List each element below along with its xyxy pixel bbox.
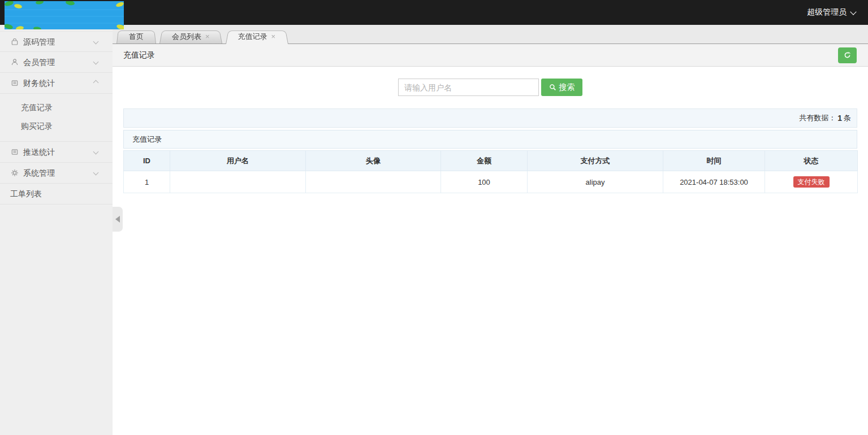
tab-member-list[interactable]: 会员列表 × bbox=[159, 29, 222, 44]
tab-home[interactable]: 首页 bbox=[116, 29, 156, 44]
status-badge: 支付失败 bbox=[793, 176, 830, 188]
main-area: 首页 会员列表 × 充值记录 × 充值记录 bbox=[113, 25, 868, 435]
admin-menu[interactable]: 超级管理员 bbox=[807, 0, 856, 25]
column-header-id: ID bbox=[124, 151, 170, 171]
cell-time: 2021-04-07 18:53:00 bbox=[663, 171, 765, 193]
sidebar-item-label: 系统管理 bbox=[23, 163, 113, 183]
topbar: 超级管理员 bbox=[0, 0, 868, 25]
cell-id: 1 bbox=[124, 171, 170, 193]
table-panel-title: 充值记录 bbox=[123, 130, 857, 149]
stats-bar: 共有数据： 1 条 bbox=[123, 108, 857, 128]
tab-label: 充值记录 bbox=[238, 30, 267, 44]
search-button[interactable]: 搜索 bbox=[541, 79, 582, 96]
table-row: 1 100 alipay 2021-04-07 18:53:00 支付失败 bbox=[124, 171, 858, 193]
ledger-icon bbox=[10, 147, 19, 156]
content-area: 搜索 共有数据： 1 条 充值记录 ID 用户名 头像 bbox=[113, 79, 868, 193]
sidebar-item-label: 推送统计 bbox=[23, 142, 113, 162]
sidebar-item-source-manage[interactable]: 源码管理 bbox=[0, 31, 113, 52]
sidebar-subitem-recharge-records[interactable]: 充值记录 bbox=[0, 98, 113, 117]
column-header-amount: 金额 bbox=[441, 151, 528, 171]
search-button-label: 搜索 bbox=[559, 82, 575, 93]
page-title: 充值记录 bbox=[123, 50, 155, 60]
sidebar: 源码管理 会员管理 财务统计 bbox=[0, 25, 113, 435]
close-icon[interactable]: × bbox=[271, 33, 276, 40]
search-row: 搜索 bbox=[123, 79, 857, 96]
admin-app: 超级管理员 bbox=[0, 0, 868, 435]
cell-status: 支付失败 bbox=[765, 171, 858, 193]
sidebar-item-label: 会员管理 bbox=[23, 52, 113, 72]
column-header-username: 用户名 bbox=[170, 151, 306, 171]
stats-count: 1 bbox=[837, 114, 842, 123]
gear-icon bbox=[10, 168, 19, 177]
tab-label: 首页 bbox=[129, 30, 144, 44]
stats-suffix: 条 bbox=[844, 113, 851, 123]
sidebar-item-member-manage[interactable]: 会员管理 bbox=[0, 52, 113, 73]
user-icon bbox=[10, 58, 19, 67]
cell-avatar bbox=[306, 171, 441, 193]
username-search-input[interactable] bbox=[398, 79, 539, 96]
sidebar-item-label: 工单列表 bbox=[10, 184, 113, 204]
page-title-bar: 充值记录 bbox=[113, 44, 868, 67]
admin-label: 超级管理员 bbox=[807, 7, 847, 18]
search-icon bbox=[549, 84, 556, 91]
sidebar-item-work-orders[interactable]: 工单列表 bbox=[0, 184, 113, 205]
sidebar-subitem-purchase-records[interactable]: 购买记录 bbox=[0, 117, 113, 136]
table-header-row: ID 用户名 头像 金额 支付方式 时间 状态 bbox=[124, 151, 858, 171]
sidebar-item-label: 源码管理 bbox=[23, 32, 113, 52]
column-header-status: 状态 bbox=[765, 151, 858, 171]
cell-pay-method: alipay bbox=[528, 171, 663, 193]
bag-icon bbox=[10, 37, 19, 46]
sidebar-item-label: 财务统计 bbox=[23, 73, 113, 93]
column-header-pay-method: 支付方式 bbox=[528, 151, 663, 171]
close-icon[interactable]: × bbox=[205, 33, 210, 40]
stats-prefix: 共有数据： bbox=[799, 113, 836, 123]
column-header-time: 时间 bbox=[663, 151, 765, 171]
refresh-button[interactable] bbox=[838, 47, 857, 63]
sidebar-collapse-handle[interactable] bbox=[113, 207, 123, 232]
ledger-icon bbox=[10, 79, 19, 88]
refresh-icon bbox=[843, 51, 852, 59]
cell-username bbox=[170, 171, 306, 193]
sidebar-item-push-stats[interactable]: 推送统计 bbox=[0, 142, 113, 163]
tab-label: 会员列表 bbox=[172, 30, 201, 44]
triangle-left-icon bbox=[115, 216, 120, 223]
sidebar-item-finance-stats[interactable]: 财务统计 bbox=[0, 73, 113, 94]
tab-recharge-records[interactable]: 充值记录 × bbox=[226, 29, 288, 44]
cell-amount: 100 bbox=[441, 171, 528, 193]
recharge-records-table: ID 用户名 头像 金额 支付方式 时间 状态 1 100 bbox=[123, 150, 858, 193]
chevron-down-icon bbox=[850, 8, 856, 15]
site-logo[interactable] bbox=[5, 1, 124, 29]
sidebar-item-system-manage[interactable]: 系统管理 bbox=[0, 163, 113, 184]
logo-image bbox=[5, 1, 124, 29]
sidebar-submenu-finance: 充值记录 购买记录 bbox=[0, 94, 113, 142]
tab-bar: 首页 会员列表 × 充值记录 × bbox=[113, 25, 868, 44]
column-header-avatar: 头像 bbox=[306, 151, 441, 171]
